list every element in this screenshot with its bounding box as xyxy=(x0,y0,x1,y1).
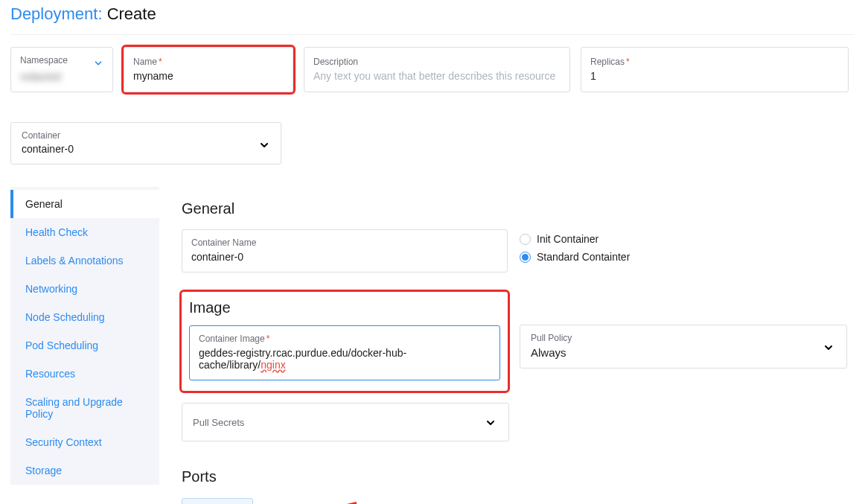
sidenav-item-node-scheduling[interactable]: Node Scheduling xyxy=(13,303,159,331)
container-name-input[interactable] xyxy=(191,251,498,263)
chevron-down-icon xyxy=(823,342,834,357)
sidenav-item-resources[interactable]: Resources xyxy=(13,360,159,388)
radio-standard-container[interactable]: Standard Containter xyxy=(520,251,630,263)
sidenav-item-networking[interactable]: Networking xyxy=(13,275,159,303)
container-image-input[interactable]: geddes-registry.rcac.purdue.edu/docker-h… xyxy=(199,347,491,371)
sidenav-item-general[interactable]: General xyxy=(10,190,159,218)
annotation-arrow-icon xyxy=(278,497,360,504)
description-input[interactable] xyxy=(313,70,561,82)
description-field[interactable]: Description xyxy=(304,47,570,92)
replicas-field[interactable]: Replicas* xyxy=(581,47,849,92)
sidenav-item-labels-annotations[interactable]: Labels & Annotations xyxy=(13,246,159,275)
image-section-highlight: Image Container Image* geddes-registry.r… xyxy=(182,292,508,391)
pull-policy-label: Pull Policy xyxy=(531,333,836,343)
chevron-down-icon xyxy=(485,417,497,432)
sidenav-item-storage[interactable]: Storage xyxy=(13,456,159,485)
replicas-input[interactable] xyxy=(590,70,839,82)
description-label: Description xyxy=(313,57,561,67)
container-type-radiogroup: Init Container Standard Containter xyxy=(520,233,630,269)
namespace-value-redacted: redacted xyxy=(20,71,103,83)
section-heading-general: General xyxy=(182,200,847,217)
replicas-label: Replicas* xyxy=(590,57,839,67)
container-image-label: Container Image* xyxy=(199,334,491,344)
name-field[interactable]: Name* xyxy=(124,47,293,92)
pull-policy-value: Always xyxy=(531,346,836,359)
radio-unchecked-icon xyxy=(520,234,531,245)
container-select-value: container-0 xyxy=(22,143,270,155)
radio-standard-label: Standard Containter xyxy=(537,251,630,263)
page-title-suffix: Create xyxy=(103,4,156,23)
pull-secrets-select[interactable]: Pull Secrets xyxy=(182,403,509,441)
chevron-down-icon xyxy=(93,58,103,71)
container-config-area: General Health Check Labels & Annotation… xyxy=(10,187,855,504)
container-select-label: Container xyxy=(22,130,270,141)
container-name-field[interactable]: Container Name xyxy=(182,229,508,272)
radio-init-container[interactable]: Init Container xyxy=(520,233,630,245)
page-title-prefix: Deployment: xyxy=(10,4,103,23)
namespace-label: Namespace xyxy=(20,55,103,66)
name-label: Name* xyxy=(133,57,284,67)
sidenav-item-scaling-upgrade[interactable]: Scaling and Upgrade Policy xyxy=(13,388,159,428)
sidenav-item-security-context[interactable]: Security Context xyxy=(13,428,159,456)
sidenav-item-pod-scheduling[interactable]: Pod Scheduling xyxy=(13,331,159,360)
radio-init-label: Init Container xyxy=(537,233,599,245)
namespace-select[interactable]: Namespace redacted xyxy=(10,47,113,92)
top-fields-row: Namespace redacted Name* Description Rep… xyxy=(10,47,855,92)
pull-policy-select[interactable]: Pull Policy Always xyxy=(520,325,847,369)
container-image-field[interactable]: Container Image* geddes-registry.rcac.pu… xyxy=(189,325,500,380)
section-heading-ports: Ports xyxy=(182,468,847,485)
container-name-label: Container Name xyxy=(191,237,498,248)
container-main-panel: General Container Name Init Container St… xyxy=(159,187,855,504)
sidenav-item-health-check[interactable]: Health Check xyxy=(13,218,159,246)
radio-checked-icon xyxy=(520,252,531,263)
container-select[interactable]: Container container-0 xyxy=(10,122,281,165)
pull-secrets-label: Pull Secrets xyxy=(193,417,244,428)
page-title: Deployment: Create xyxy=(10,4,855,35)
chevron-down-icon xyxy=(258,139,270,154)
add-port-button[interactable]: Add Port xyxy=(182,498,253,504)
section-heading-image: Image xyxy=(189,299,500,316)
container-sidenav: General Health Check Labels & Annotation… xyxy=(10,187,159,485)
name-input[interactable] xyxy=(133,70,284,82)
